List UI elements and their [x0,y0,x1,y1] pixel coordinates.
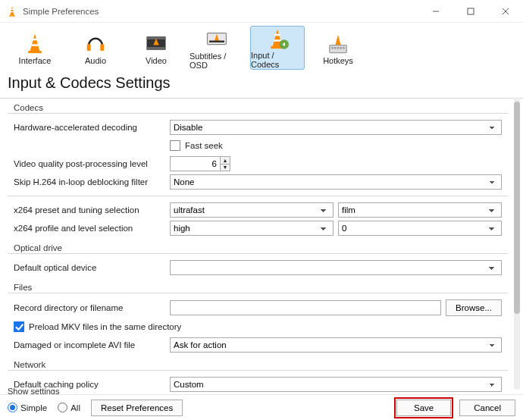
settings-content: Codecs Hardware-accelerated decoding Dis… [6,92,509,394]
tab-label: Interface [19,56,52,65]
svg-rect-11 [100,44,104,51]
avi-select[interactable]: Ask for action [170,337,502,353]
browse-button[interactable]: Browse... [446,299,502,316]
scrollbar-thumb[interactable] [514,102,520,314]
x264-preset-label: x264 preset and tuning selection [14,205,165,215]
tab-label: Audio [85,56,106,65]
optical-default-select[interactable] [170,260,502,275]
svg-rect-27 [343,47,345,49]
tab-label: Hotkeys [323,56,353,65]
x264-tuning-select[interactable]: film [338,202,502,218]
titlebar: Simple Preferences [0,0,523,23]
x264-profile-label: x264 profile and level selection [14,224,165,233]
x264-preset-select[interactable]: ultrafast [170,202,334,218]
tab-hotkeys[interactable]: Hotkeys [311,26,365,70]
svg-rect-7 [28,51,42,53]
svg-rect-18 [274,34,280,36]
vlc-cone-icon [6,5,18,17]
window-title: Simple Preferences [23,7,418,16]
preload-mkv-checkbox[interactable] [14,321,24,332]
input-codecs-icon [266,27,289,51]
svg-rect-1 [11,8,13,9]
cancel-button[interactable]: Cancel [459,400,515,416]
close-button[interactable] [488,0,523,23]
video-icon [145,30,168,56]
save-button[interactable]: Save [396,400,451,416]
hotkeys-icon [327,30,349,56]
record-input[interactable] [170,300,441,315]
scrollbar[interactable] [514,97,520,390]
vq-label: Video quality post-processing level [14,159,165,168]
svg-rect-23 [331,47,334,49]
fast-seek-label: Fast seek [185,141,223,150]
hw-decode-label: Hardware-accelerated decoding [14,123,165,132]
tab-input-codecs[interactable]: Input / Codecs [250,26,305,70]
svg-rect-9 [31,44,39,46]
fast-seek-checkbox[interactable] [170,140,180,151]
tab-label: Input / Codecs [251,51,304,69]
x264-profile-select[interactable]: high [170,221,334,236]
group-optical: Optical drive [14,243,509,252]
vq-value[interactable] [170,156,220,171]
category-tabs: Interface Audio Video Subtitles / OSD In… [0,23,523,71]
svg-rect-26 [340,47,343,49]
show-simple-radio[interactable]: Simple [8,403,47,412]
svg-rect-16 [209,41,224,43]
svg-rect-4 [468,8,474,14]
avi-label: Damaged or incomplete AVI file [14,340,165,349]
svg-rect-14 [147,47,166,50]
tab-label: Video [146,56,167,65]
svg-rect-8 [32,39,38,41]
show-all-radio[interactable]: All [58,403,80,412]
record-label: Record directory or filename [14,303,165,312]
tab-subtitles[interactable]: Subtitles / OSD [189,26,244,70]
skip-select[interactable]: None [170,174,502,190]
svg-rect-10 [87,44,91,51]
svg-rect-24 [334,47,337,49]
maximize-button[interactable] [453,0,488,23]
svg-rect-0 [9,15,15,16]
vq-spinbox[interactable]: ▲▼ [170,156,230,171]
reset-preferences-button[interactable]: Reset Preferences [91,400,183,416]
tab-interface[interactable]: Interface [8,26,62,70]
tab-video[interactable]: Video [129,26,183,70]
group-network: Network [14,360,509,369]
group-files: Files [14,283,509,292]
audio-icon [84,30,107,56]
svg-rect-25 [337,47,340,49]
svg-rect-19 [274,39,281,42]
interface-icon [23,30,46,56]
optical-default-label: Default optical device [14,263,165,272]
x264-level-select[interactable]: 0 [338,221,502,236]
minimize-button[interactable] [418,0,453,23]
footer: Simple All Reset Preferences Save Cancel [0,394,523,420]
skip-label: Skip H.264 in-loop deblocking filter [14,177,165,186]
tab-label: Subtitles / OSD [189,52,244,70]
preload-mkv-label: Preload MKV files in the same directory [29,322,181,331]
vq-down[interactable]: ▼ [220,164,230,172]
subtitles-icon [205,26,228,52]
hw-decode-select[interactable]: Disable [170,120,502,135]
svg-rect-2 [11,11,14,12]
save-highlight: Save [394,397,453,418]
vq-up[interactable]: ▲ [220,156,230,164]
cache-select[interactable]: Custom [170,377,502,392]
group-codecs: Codecs [14,103,509,112]
tab-audio[interactable]: Audio [68,26,123,70]
